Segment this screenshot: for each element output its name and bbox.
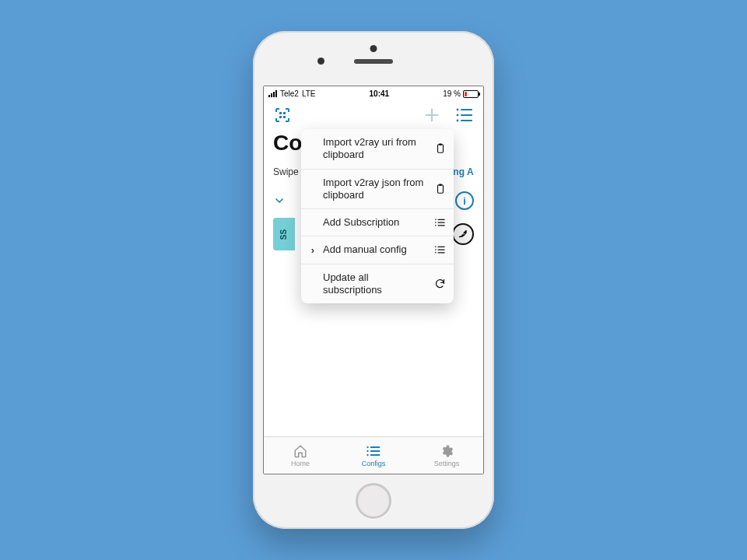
menu-item-label: Import v2ray json from clipboard bbox=[323, 177, 426, 202]
svg-rect-10 bbox=[439, 184, 442, 185]
menu-item-label: Import v2ray uri from clipboard bbox=[323, 136, 426, 162]
svg-point-18 bbox=[366, 450, 368, 451]
menu-add-subscription[interactable]: Add Subscription bbox=[301, 209, 454, 236]
swipe-hint: Swipe bbox=[273, 166, 300, 177]
svg-point-11 bbox=[435, 219, 437, 221]
battery-percent: 19 % bbox=[443, 89, 461, 98]
earpiece bbox=[354, 59, 393, 64]
svg-point-4 bbox=[457, 109, 459, 111]
svg-rect-1 bbox=[283, 112, 286, 114]
tab-configs[interactable]: Configs bbox=[337, 437, 410, 474]
svg-rect-8 bbox=[439, 144, 442, 145]
svg-rect-0 bbox=[279, 112, 282, 114]
home-button[interactable] bbox=[356, 483, 391, 519]
menu-import-uri[interactable]: Import v2ray uri from clipboard bbox=[301, 129, 454, 170]
refresh-icon bbox=[432, 278, 446, 289]
tab-home[interactable]: Home bbox=[264, 437, 337, 474]
svg-point-6 bbox=[457, 120, 459, 122]
list-icon bbox=[432, 245, 446, 254]
tab-label: Configs bbox=[362, 460, 386, 467]
navbar bbox=[264, 101, 483, 129]
svg-rect-3 bbox=[283, 116, 286, 118]
svg-point-15 bbox=[435, 250, 437, 251]
tab-settings[interactable]: Settings bbox=[410, 437, 483, 474]
signal-icon bbox=[268, 90, 277, 97]
info-icon[interactable]: i bbox=[455, 191, 474, 210]
svg-point-13 bbox=[435, 225, 437, 226]
screen: Tele2 LTE 10:41 19 % bbox=[263, 86, 484, 474]
svg-point-19 bbox=[366, 453, 368, 455]
list-menu-button[interactable] bbox=[455, 106, 474, 124]
tab-label: Settings bbox=[434, 460, 460, 467]
network-label: LTE bbox=[302, 89, 316, 98]
add-button[interactable] bbox=[423, 106, 441, 124]
share-button[interactable] bbox=[452, 223, 474, 245]
svg-rect-9 bbox=[438, 185, 444, 194]
chevron-down-icon bbox=[273, 194, 286, 207]
page-title: Configs bbox=[273, 131, 304, 156]
scan-qr-button[interactable] bbox=[273, 106, 292, 124]
page-body: Configs Swipe Ping All i SS bbox=[264, 129, 483, 436]
proximity-sensor bbox=[370, 45, 377, 52]
menu-item-label: Add manual config bbox=[323, 243, 426, 256]
phone-frame: Tele2 LTE 10:41 19 % bbox=[253, 31, 494, 529]
clock: 10:41 bbox=[316, 89, 444, 98]
add-menu-popover: Import v2ray uri from clipboard Import v… bbox=[301, 129, 454, 303]
svg-point-12 bbox=[435, 222, 437, 223]
svg-point-16 bbox=[435, 252, 437, 254]
menu-import-json[interactable]: Import v2ray json from clipboard bbox=[301, 170, 454, 210]
protocol-badge: SS bbox=[273, 218, 295, 250]
list-icon bbox=[432, 218, 446, 227]
tab-label: Home bbox=[291, 460, 310, 467]
svg-rect-7 bbox=[438, 145, 444, 153]
menu-add-manual-config[interactable]: › Add manual config bbox=[301, 236, 454, 264]
clipboard-icon bbox=[432, 142, 446, 155]
svg-rect-2 bbox=[279, 116, 282, 118]
home-icon bbox=[293, 444, 308, 458]
menu-item-label: Update all subscriptions bbox=[323, 271, 426, 297]
tab-bar: Home Configs Settings bbox=[264, 436, 483, 474]
chevron-right-icon: › bbox=[309, 244, 317, 256]
menu-item-label: Add Subscription bbox=[323, 216, 426, 229]
battery-icon bbox=[463, 90, 479, 98]
carrier-label: Tele2 bbox=[280, 89, 299, 98]
front-camera bbox=[317, 58, 324, 65]
list-icon bbox=[366, 444, 381, 458]
svg-point-14 bbox=[435, 247, 437, 248]
svg-point-17 bbox=[366, 446, 368, 447]
gear-icon bbox=[440, 444, 454, 458]
clipboard-icon bbox=[432, 183, 446, 195]
status-bar: Tele2 LTE 10:41 19 % bbox=[264, 86, 483, 101]
menu-update-subscriptions[interactable]: Update all subscriptions bbox=[301, 264, 454, 304]
svg-point-5 bbox=[457, 114, 459, 117]
